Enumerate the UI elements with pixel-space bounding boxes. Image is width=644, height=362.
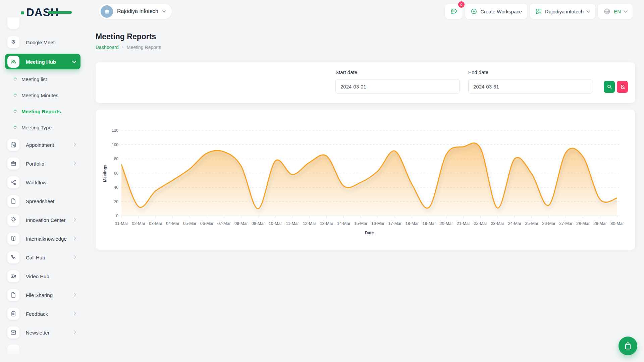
svg-text:28-Mar: 28-Mar [576,221,590,226]
document-icon [7,195,19,207]
breadcrumb-dashboard-link[interactable]: Dashboard [96,45,119,50]
sidebar-subitem-meeting-type[interactable]: Meeting Type [0,123,87,132]
slash-reset-icon [620,84,625,89]
sidebar-item-spreadsheet[interactable]: Spreadsheet [0,195,87,207]
file-icon [7,289,19,301]
svg-text:26-Mar: 26-Mar [542,221,555,226]
end-date-input[interactable] [468,79,592,94]
svg-text:20-Mar: 20-Mar [440,221,453,226]
sidebar: Google MeetMeeting HubMeeting listMeetin… [0,0,87,362]
submenu-bullet-icon [13,108,17,114]
workspace-name: Rajodiya infotech [117,8,158,14]
breadcrumb-chevron-icon: › [122,45,123,50]
svg-text:05-Mar: 05-Mar [183,221,197,226]
language-selector[interactable]: EN [598,4,633,19]
sidebar-item-label: Video Hub [26,274,49,279]
sidebar-item-partial-bottom [7,345,19,357]
sidebar-item-label: Call Hub [26,255,45,260]
reset-button[interactable] [617,81,628,93]
sidebar-item-innovation-center[interactable]: Innovation Center [0,214,87,226]
svg-text:12-Mar: 12-Mar [303,221,316,226]
breadcrumb: Dashboard › Meeting Reports [96,45,161,50]
plus-circle-icon [471,8,477,15]
sidebar-item-internalknowledge[interactable]: Internalknowledge [0,233,87,245]
svg-text:16-Mar: 16-Mar [371,221,385,226]
sidebar-item-label: Feedback [26,311,48,317]
globe-icon [603,8,611,15]
sidebar-item-portfolio[interactable]: Portfolio [0,158,87,170]
chevron-right-icon [72,330,76,334]
sidebar-item-feedback[interactable]: Feedback [0,308,87,320]
svg-text:07-Mar: 07-Mar [217,221,231,226]
floating-shop-button[interactable] [619,337,637,355]
sidebar-item-label: Innovation Center [26,217,65,223]
language-code: EN [614,9,621,14]
notification-badge: 0 [458,1,465,8]
chevron-right-icon [72,161,76,165]
meetings-area-chart: 02040608010012001-Mar02-Mar03-Mar04-Mar0… [96,110,635,250]
sidebar-subitem-meeting-list[interactable]: Meeting list [0,74,87,84]
sidebar-item-label: Google Meet [26,40,55,45]
sidebar-item-label: Newsletter [26,330,50,336]
sidebar-subitem-meeting-reports[interactable]: Meeting Reports [0,107,87,116]
logo-dot [21,11,24,14]
svg-text:03-Mar: 03-Mar [149,221,162,226]
svg-text:01-Mar: 01-Mar [115,221,128,226]
sidebar-subitem-label: Meeting Type [21,125,52,130]
svg-text:18-Mar: 18-Mar [406,221,419,226]
create-workspace-button[interactable]: Create Workspace [465,4,527,19]
sidebar-item-workflow[interactable]: Workflow [0,176,87,188]
chat-bubble-icon [450,7,458,15]
sidebar-subitem-label: Meeting Minutes [21,93,58,98]
svg-text:04-Mar: 04-Mar [166,221,179,226]
sidebar-subitem-meeting-minutes[interactable]: Meeting Minutes [0,90,87,100]
svg-text:15-Mar: 15-Mar [354,221,368,226]
svg-text:120: 120 [112,128,118,133]
search-button[interactable] [604,81,615,93]
sidebar-item-label: Appointment [26,142,54,148]
create-workspace-label: Create Workspace [480,9,522,14]
start-date-input[interactable] [335,79,460,94]
svg-text:22-Mar: 22-Mar [474,221,487,226]
svg-text:23-Mar: 23-Mar [491,221,504,226]
svg-text:17-Mar: 17-Mar [388,221,402,226]
briefcase-icon [7,158,19,170]
svg-text:0: 0 [116,214,118,218]
chevron-right-icon [72,236,76,240]
svg-text:27-Mar: 27-Mar [559,221,573,226]
sidebar-subitem-label: Meeting list [21,76,47,82]
messages-button[interactable]: 0 [445,4,463,19]
sidebar-item-appointment[interactable]: Appointment [0,139,87,151]
svg-text:14-Mar: 14-Mar [337,221,351,226]
workspace-dropdown[interactable]: Rajodiya infotech [530,4,595,19]
chevron-down-icon [624,9,627,12]
svg-text:19-Mar: 19-Mar [423,221,436,226]
sidebar-item-newsletter[interactable]: Newsletter [0,326,87,339]
chevron-right-icon [72,255,76,259]
svg-text:100: 100 [112,142,118,147]
sidebar-item-video-hub[interactable]: Video Hub [0,270,87,282]
sidebar-item-label: Workflow [26,180,46,185]
sidebar-item-google-meet[interactable]: Google Meet [0,36,87,48]
sidebar-item-file-sharing[interactable]: File Sharing [0,289,87,301]
lightbulb-icon [7,214,19,226]
submenu-bullet-icon [13,92,17,98]
svg-text:21-Mar: 21-Mar [457,221,470,226]
webcam-icon [7,36,19,48]
calendar-clock-icon [7,139,19,151]
app-logo[interactable]: DASH [21,5,59,19]
svg-text:24-Mar: 24-Mar [508,221,521,226]
sidebar-item-meeting-hub[interactable]: Meeting Hub [5,54,80,69]
sidebar-item-call-hub[interactable]: Call Hub [0,251,87,263]
chevron-right-icon [72,218,76,221]
chevron-down-icon [72,59,76,63]
chevron-down-icon [586,9,590,12]
grid-plus-icon [535,8,542,15]
chevron-right-icon [72,293,76,296]
breadcrumb-current: Meeting Reports [127,45,161,50]
share-nodes-icon [7,176,19,188]
sidebar-item-partial-top [7,17,19,29]
sidebar-subitem-label: Meeting Reports [21,109,61,114]
workspace-avatar [101,5,113,18]
workspace-selector[interactable]: Rajodiya infotech [99,4,172,19]
